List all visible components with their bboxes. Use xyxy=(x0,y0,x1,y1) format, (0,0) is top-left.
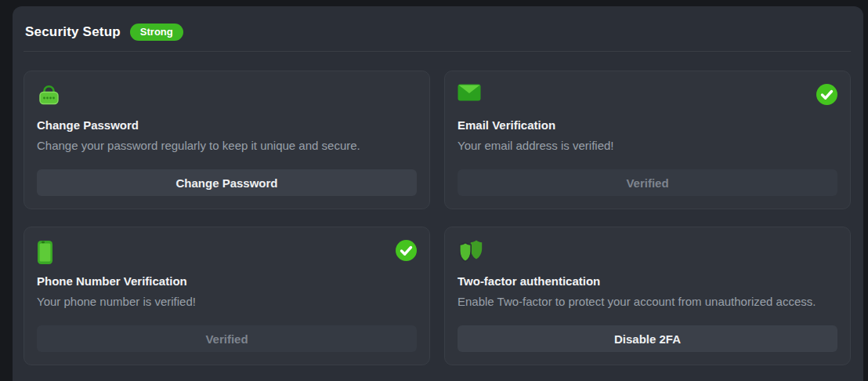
disable-2fa-button[interactable]: Disable 2FA xyxy=(458,325,837,352)
card-title: Email Verification xyxy=(458,118,837,132)
card-title: Two-factor authentication xyxy=(458,274,837,288)
card-change-password: Change Password Change your password reg… xyxy=(24,71,430,209)
change-password-button[interactable]: Change Password xyxy=(37,169,417,196)
header-divider xyxy=(24,51,851,52)
security-setup-panel: Security Setup Strong Change Passwor xyxy=(13,6,863,381)
security-cards-grid: Change Password Change your password reg… xyxy=(24,71,851,365)
security-strength-badge: Strong xyxy=(130,24,183,41)
envelope-icon xyxy=(458,84,481,101)
card-phone-verification: Phone Number Verification Your phone num… xyxy=(24,227,430,365)
email-verified-button: Verified xyxy=(458,169,837,196)
verified-check-icon xyxy=(396,240,417,261)
card-title: Phone Number Verification xyxy=(37,274,417,288)
card-description: Change your password regularly to keep i… xyxy=(37,139,417,152)
card-description: Your email address is verified! xyxy=(458,139,837,152)
card-description: Enable Two-factor to protect your accoun… xyxy=(458,295,837,308)
phone-icon xyxy=(37,240,53,265)
page-header: Security Setup Strong xyxy=(24,24,851,41)
card-description: Your phone number is verified! xyxy=(37,295,417,308)
verified-check-icon xyxy=(816,84,837,105)
card-title: Change Password xyxy=(37,118,417,132)
phone-verified-button: Verified xyxy=(37,325,417,352)
shield-icon xyxy=(458,240,484,263)
card-two-factor: Two-factor authentication Enable Two-fac… xyxy=(444,227,851,365)
page-title: Security Setup xyxy=(25,24,121,40)
card-email-verification: Email Verification Your email address is… xyxy=(444,71,851,209)
lock-icon xyxy=(37,84,61,106)
